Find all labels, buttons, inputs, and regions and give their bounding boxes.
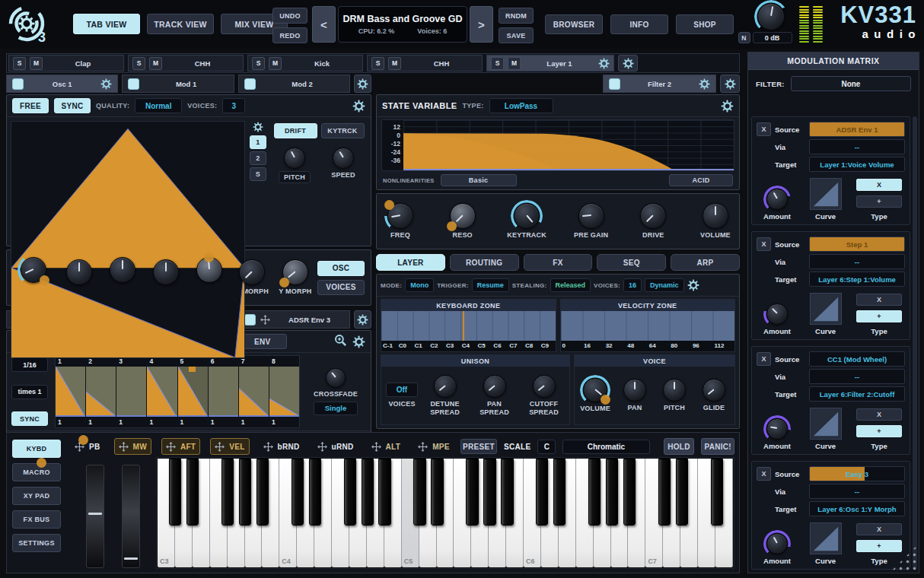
remove-slot-button[interactable]: X (757, 467, 771, 481)
remove-slot-button[interactable]: X (757, 352, 771, 366)
curve-display[interactable] (810, 522, 842, 554)
layer-section-tab-seq[interactable]: SEQ (597, 254, 666, 271)
knob-control[interactable] (663, 379, 686, 402)
solo-button[interactable]: S (371, 57, 384, 70)
enable-checkbox[interactable] (128, 78, 139, 90)
knob-control[interactable] (533, 375, 556, 398)
row-gear-button[interactable] (720, 75, 740, 93)
mute-button[interactable]: M (388, 57, 401, 70)
solo-button[interactable]: S (491, 57, 504, 70)
solo-button[interactable]: S (132, 57, 145, 70)
side-button-macro[interactable]: MACRO (12, 463, 61, 481)
knob-control[interactable] (766, 303, 788, 325)
dynamic-value[interactable]: Dynamic (645, 278, 684, 292)
wave-gear-button[interactable] (253, 121, 263, 133)
layer-tab-layer-1[interactable]: SMLayer 1 (486, 55, 614, 71)
knob-control[interactable] (583, 378, 607, 402)
rate-value[interactable]: 1/16 (11, 357, 48, 372)
piano-key-fs4[interactable] (344, 459, 356, 526)
mod-via-value[interactable]: -- (809, 139, 905, 154)
piano-key-ds4[interactable] (309, 459, 321, 526)
knob-control[interactable] (333, 148, 354, 169)
filter-type-value[interactable]: LowPass (489, 98, 553, 113)
kytrck-button[interactable]: KYTRCK (321, 123, 365, 138)
redo-button[interactable]: REDO (272, 27, 307, 43)
wave-layer-button-s[interactable]: S (250, 167, 266, 181)
free-button[interactable]: FREE (12, 98, 49, 113)
step-sequencer[interactable]: 1121314151617181 (55, 355, 300, 428)
step-column[interactable]: 31 (116, 356, 147, 427)
piano-key-as6[interactable] (623, 459, 636, 526)
piano-key-fs7[interactable] (711, 459, 723, 526)
knob-control[interactable] (326, 368, 346, 388)
shop-button[interactable]: SHOP (676, 14, 734, 34)
step-cell[interactable] (178, 367, 208, 417)
remove-slot-button[interactable]: X (757, 237, 771, 251)
unison-voices-value[interactable]: Off (386, 383, 418, 397)
row-gear-button[interactable] (354, 310, 371, 329)
type-plus-button[interactable]: + (856, 540, 902, 552)
mod-target-value[interactable]: Layer 6:Filter 2:Cutoff (809, 386, 905, 402)
piano-key-cs7[interactable] (658, 459, 671, 526)
piano-key-gs3[interactable] (239, 459, 251, 526)
knob-control[interactable] (284, 148, 305, 169)
side-button-fx-bus[interactable]: FX BUS (12, 510, 61, 529)
piano-key-gs5[interactable] (483, 459, 495, 526)
layer-tab-kick[interactable]: SMKick (247, 55, 363, 71)
piano-key-fs6[interactable] (588, 459, 601, 526)
panic-button[interactable]: PANIC! (701, 438, 734, 455)
mute-button[interactable]: M (269, 57, 282, 70)
type-plus-button[interactable]: + (856, 425, 902, 437)
mod-via-value[interactable]: -- (809, 484, 905, 499)
piano-key-gs4[interactable] (362, 459, 374, 526)
type-plus-button[interactable]: + (856, 195, 902, 208)
knob-control[interactable] (766, 533, 788, 554)
piano-keyboard[interactable]: C3C4C5C6C7 (156, 457, 734, 569)
wave-layer-button-2[interactable]: 2 (250, 151, 266, 165)
step-column[interactable]: 81 (269, 356, 299, 427)
step-column[interactable]: 61 (209, 356, 239, 427)
layer-tab-chh[interactable]: SMCHH (367, 55, 483, 71)
tab-filter-2[interactable]: Filter 2 (603, 75, 716, 93)
step-cell[interactable] (239, 367, 269, 417)
knob-control[interactable] (239, 259, 265, 285)
volume-db-value[interactable]: 0 dB (753, 32, 792, 43)
knob-control[interactable] (196, 257, 222, 283)
solo-button[interactable]: S (252, 57, 265, 70)
control-mw[interactable]: MW (114, 438, 151, 455)
piano-key-fs5[interactable] (466, 459, 478, 526)
piano-key-fs3[interactable] (221, 459, 234, 526)
piano-key-cs4[interactable] (292, 459, 304, 526)
mod-matrix-scrollbar[interactable] (913, 116, 917, 570)
piano-key-ds5[interactable] (431, 459, 443, 526)
mod-target-value[interactable]: Layer 6:Step 1:Volume (809, 272, 905, 287)
step-column[interactable]: 71 (239, 356, 269, 427)
save-button[interactable]: SAVE (499, 27, 534, 43)
seq-sync-toggle[interactable]: SYNC (11, 411, 48, 426)
osc-voices-value[interactable]: 3 (222, 98, 245, 113)
step-column[interactable]: 11 (56, 356, 86, 427)
control-alt[interactable]: ALT (368, 439, 405, 454)
mute-button[interactable]: M (30, 57, 43, 70)
curve-display[interactable] (810, 293, 842, 325)
step-column[interactable]: 21 (86, 356, 116, 427)
osc-settings-gear[interactable] (352, 100, 365, 113)
preset-display[interactable]: DRM Bass and Groove GD CPU: 6.2 % Voices… (338, 6, 467, 43)
knob-control[interactable] (623, 379, 646, 402)
control-urnd[interactable]: uRND (314, 439, 358, 454)
type-x-button[interactable]: X (856, 294, 902, 306)
knob-control[interactable] (483, 375, 506, 398)
side-button-xy-pad[interactable]: XY PAD (12, 487, 61, 505)
layer-section-tab-arp[interactable]: ARP (671, 254, 740, 271)
hold-button[interactable]: HOLD (664, 438, 695, 455)
wave-layer-button-1[interactable]: 1 (250, 135, 266, 149)
side-button-settings[interactable]: SETTINGS (12, 534, 61, 552)
mod-source-value[interactable]: ADSR Env 1 (809, 122, 905, 137)
tab-mod-1[interactable]: Mod 1 (122, 75, 234, 93)
step-cell[interactable] (86, 367, 116, 417)
enable-checkbox[interactable] (609, 78, 620, 90)
piano-key-ds6[interactable] (553, 459, 566, 526)
step-cell[interactable] (147, 367, 177, 417)
control-aft[interactable]: AFT (161, 438, 200, 455)
layer-section-tab-layer[interactable]: LAYER (376, 254, 445, 271)
